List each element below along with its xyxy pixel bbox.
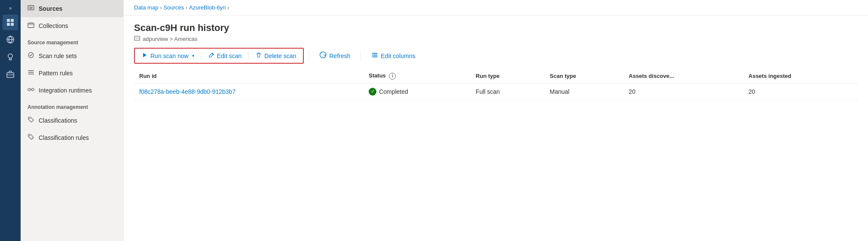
edit-columns-button[interactable]: Edit columns (366, 49, 420, 62)
classification-rules-icon (28, 133, 34, 142)
completed-status-icon: ✓ (369, 88, 376, 96)
classification-rules-label: Classification rules (39, 134, 89, 141)
breadcrumb-bar: Data map › Sources › AzureBlob-6yn › (124, 0, 868, 15)
columns-icon (371, 52, 378, 60)
sidebar-item-classifications[interactable]: Classifications (21, 112, 123, 129)
svg-rect-1 (11, 19, 14, 22)
main-content: Data map › Sources › AzureBlob-6yn › Sca… (124, 0, 868, 241)
col-run-type: Run type (471, 69, 544, 83)
col-run-id: Run id (134, 69, 364, 83)
toolbar-divider-2 (248, 51, 249, 61)
page-header: Scan-c9H run history adpurview > America… (124, 15, 868, 46)
cell-status: ✓ Completed (364, 83, 471, 100)
page-subtitle: adpurview > Americas (134, 35, 858, 43)
classifications-icon (28, 116, 34, 125)
run-id-link[interactable]: f08c278a-beeb-4e88-9db0-912b3b7 (139, 88, 235, 95)
primary-toolbar: Run scan now ▾ Edit scan (134, 48, 304, 64)
collapse-icon[interactable]: » (7, 3, 14, 13)
svg-point-15 (29, 118, 30, 119)
toolbar-outer-sep (309, 50, 309, 62)
integration-runtimes-label: Integration runtimes (39, 87, 92, 94)
svg-point-5 (8, 54, 12, 58)
play-icon (142, 52, 148, 59)
delete-scan-label: Delete scan (264, 53, 296, 59)
refresh-button[interactable]: Refresh (315, 49, 355, 62)
breadcrumb-data-map[interactable]: Data map (134, 4, 158, 11)
run-scan-button[interactable]: Run scan now ▾ (137, 49, 199, 62)
trash-icon (256, 52, 262, 59)
edit-scan-button[interactable]: Edit scan (203, 49, 247, 62)
delete-scan-button[interactable]: Delete scan (251, 49, 301, 62)
svg-rect-10 (29, 22, 33, 24)
collections-icon (28, 22, 34, 30)
col-scan-type: Scan type (544, 69, 623, 83)
table-container: Run id Status i Run type Scan type Asset… (124, 69, 868, 241)
sources-icon (28, 4, 34, 13)
svg-point-12 (33, 74, 34, 75)
integration-icon (28, 86, 34, 95)
run-scan-chevron[interactable]: ▾ (192, 53, 194, 58)
cell-assets-ingested: 20 (743, 83, 858, 100)
svg-rect-18 (135, 37, 139, 40)
breadcrumb: Data map › Sources › AzureBlob-6yn › (134, 4, 229, 11)
sidebar: Sources Collections Source management Sc… (21, 0, 124, 241)
edit-columns-label: Edit columns (381, 53, 415, 59)
edit-icon (208, 52, 214, 59)
svg-rect-0 (7, 19, 10, 22)
scan-rule-icon (28, 52, 34, 60)
annotation-management-section: Annotation management (21, 99, 123, 112)
svg-rect-13 (28, 89, 31, 90)
page-title: Scan-c9H run history (134, 22, 858, 34)
svg-rect-14 (31, 89, 34, 90)
refresh-label: Refresh (329, 53, 350, 59)
col-assets-discovered: Assets discove... (623, 69, 743, 83)
status-info-icon[interactable]: i (389, 73, 396, 80)
table-header-row: Run id Status i Run type Scan type Asset… (134, 69, 858, 83)
source-management-section: Source management (21, 34, 123, 47)
run-scan-label: Run scan now (150, 53, 189, 59)
pattern-rules-label: Pattern rules (39, 70, 73, 77)
icon-rail: » (0, 0, 21, 241)
col-status: Status i (364, 69, 471, 83)
sidebar-item-classification-rules[interactable]: Classification rules (21, 129, 123, 146)
scan-rule-sets-label: Scan rule sets (39, 53, 77, 59)
refresh-icon (320, 52, 327, 60)
svg-rect-2 (7, 23, 10, 26)
svg-point-11 (28, 53, 34, 58)
subtitle-icon (134, 35, 140, 43)
pattern-icon (28, 69, 34, 77)
map-icon[interactable] (3, 32, 18, 47)
breadcrumb-sep-3: › (227, 5, 229, 11)
data-catalog-icon[interactable] (3, 15, 18, 30)
classifications-label: Classifications (39, 117, 77, 124)
breadcrumb-sources[interactable]: Sources (163, 4, 184, 11)
sidebar-item-pattern-rules[interactable]: Pattern rules (21, 65, 123, 82)
scan-runs-table: Run id Status i Run type Scan type Asset… (134, 69, 858, 100)
svg-point-16 (29, 135, 30, 136)
insights-icon[interactable] (3, 49, 18, 65)
svg-rect-3 (11, 23, 14, 26)
cell-run-id: f08c278a-beeb-4e88-9db0-912b3b7 (134, 83, 364, 100)
cell-scan-type: Manual (544, 83, 623, 100)
breadcrumb-sep-1: › (160, 5, 162, 11)
toolbar-divider-1 (201, 51, 202, 61)
sidebar-item-collections[interactable]: Collections (21, 17, 123, 34)
edit-scan-label: Edit scan (217, 53, 242, 59)
sidebar-collections-label: Collections (39, 22, 68, 29)
sidebar-sources-label: Sources (39, 5, 62, 12)
breadcrumb-sep-2: › (186, 5, 187, 11)
briefcase-icon[interactable] (3, 66, 18, 82)
table-row: f08c278a-beeb-4e88-9db0-912b3b7 ✓ Comple… (134, 83, 858, 100)
sidebar-item-integration-runtimes[interactable]: Integration runtimes (21, 82, 123, 99)
cell-assets-discovered: 20 (623, 83, 743, 100)
breadcrumb-azure-blob[interactable]: AzureBlob-6yn (189, 4, 226, 11)
subtitle-text: adpurview > Americas (143, 36, 198, 42)
toolbar-outer-sep2 (361, 50, 361, 62)
toolbar-area: Run scan now ▾ Edit scan (124, 46, 868, 69)
col-assets-ingested: Assets ingested (743, 69, 858, 83)
sidebar-item-scan-rule-sets[interactable]: Scan rule sets (21, 47, 123, 65)
sidebar-item-sources[interactable]: Sources (21, 0, 123, 17)
cell-run-type: Full scan (471, 83, 544, 100)
svg-rect-9 (28, 23, 34, 28)
status-label: Completed (379, 88, 408, 95)
